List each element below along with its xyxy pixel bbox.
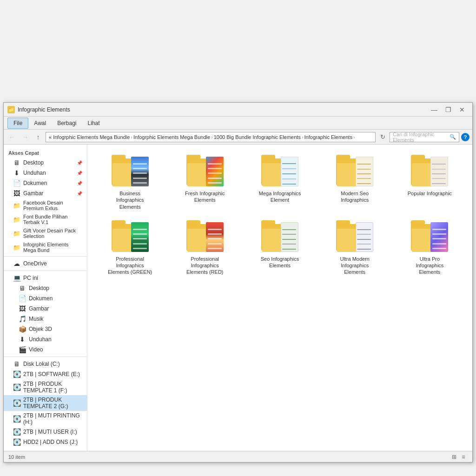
folder-name-ultrapro: Ultra Pro Infographics Elements (406, 256, 453, 276)
folder-name-business: Business Infographics Elements (107, 190, 153, 210)
status-bar: 10 item ⊞ ≡ (4, 451, 472, 462)
folder-item-ultrapro[interactable]: Ultra Pro Infographics Elements (395, 218, 465, 278)
folder-icon-modernseo (336, 155, 373, 188)
folder-preview-modernseo (356, 157, 373, 186)
sidebar-item-dokumen-quick[interactable]: 📄 Dokumen 📌 (4, 178, 87, 188)
folder-icon-info: 📁 (13, 244, 20, 251)
divider-2 (4, 271, 87, 271)
img-pc-icon: 🖼 (19, 305, 26, 312)
sidebar-item-unduhan-pc[interactable]: ⬇ Unduhan (4, 334, 87, 344)
folder-name-modernseo: Modern Seo Infographics (331, 190, 378, 204)
up-button[interactable]: ↑ (33, 132, 44, 143)
explorer-window: 📁 Infographic Elements — ❐ ✕ File Awal B… (3, 102, 473, 463)
sidebar-item-musik[interactable]: 🎵 Musik (4, 314, 87, 324)
help-button[interactable]: ? (461, 133, 469, 141)
list-view-button[interactable]: ≡ (459, 453, 468, 461)
forward-button[interactable]: → (20, 132, 31, 143)
sidebar-label-font: Font Bundle Pilihan Terbaik V.1 (23, 214, 82, 225)
folder-preview-popular (430, 157, 448, 186)
folder-preview-progreen (131, 222, 149, 252)
sidebar-pc-dokumen: Dokumen (29, 295, 53, 302)
sidebar-label-f: 2TB | PRODUK TEMPLATE 1 (F:) (23, 381, 82, 394)
folder-item-popular[interactable]: Popular Infographic (395, 152, 465, 213)
pin-icon-2: 📌 (77, 171, 82, 176)
sidebar-label-dokumen: Dokumen (23, 180, 47, 186)
folder-icon-ultrapro (411, 220, 448, 254)
sidebar-drive-g[interactable]: 💽 2TB | PRODUK TEMPLATE 2 (G:) (4, 395, 87, 411)
refresh-button[interactable]: ↻ (377, 132, 388, 142)
sidebar-folder-facebook[interactable]: 📁 Facebook Desain Premium Exlus (4, 198, 87, 212)
search-icon: 🔍 (450, 134, 456, 140)
address-path[interactable]: « Infogrphic Elements Mega Bundle › Info… (46, 132, 376, 142)
folder-icon-ultramodern (336, 220, 373, 254)
sidebar-item-desktop-pc[interactable]: 🖥 Desktop (4, 283, 87, 293)
doc-pc-icon: 📄 (19, 295, 26, 302)
divider-3 (4, 357, 87, 357)
sidebar-drive-j[interactable]: 💽 HDD2 | ADD ONS (J:) (4, 437, 87, 447)
folder-item-business[interactable]: Business Infographics Elements (95, 152, 165, 213)
sidebar-label-gift: Gift Vocer Desain Pack Selection (23, 228, 82, 239)
folder-item-ultramodern[interactable]: Ultra Modern Infographics Elements (320, 218, 390, 278)
sidebar-drive-e[interactable]: 💽 2TB | SOFTWARE (E:) (4, 369, 87, 379)
folder-icon-font: 📁 (13, 216, 20, 223)
folder-icon-mega (261, 155, 298, 188)
folder-item-mega[interactable]: Mega Infographics Element (245, 152, 315, 213)
sidebar-item-unduhan-quick[interactable]: ⬇ Unduhan 📌 (4, 168, 87, 178)
pin-icon-4: 📌 (77, 191, 82, 196)
drive-h-icon: 💽 (13, 415, 20, 423)
folder-preview-fresh (206, 157, 224, 186)
sidebar-drive-i[interactable]: 💽 2TB | MUTI USER (I:) (4, 427, 87, 437)
window-folder-icon: 📁 (7, 106, 15, 113)
sidebar-onedrive[interactable]: ☁ OneDrive (4, 258, 87, 269)
folder-grid: Business Infographics Elements Fresh Inf… (92, 149, 468, 281)
sidebar-item-video[interactable]: 🎬 Video (4, 344, 87, 355)
folder-item-progreen[interactable]: Professional Infographics Elements (GREE… (95, 218, 165, 278)
folder-preview-business (131, 157, 149, 186)
sidebar-item-dokumen-pc[interactable]: 📄 Dokumen (4, 293, 87, 304)
folder-icon-fresh (186, 155, 224, 188)
sidebar-item-gambar-pc[interactable]: 🖼 Gambar (4, 304, 87, 314)
drive-i-icon: 💽 (13, 428, 20, 436)
sidebar-folder-info[interactable]: 📁 Infogrphic Elements Mega Bund (4, 240, 87, 254)
folder-icon-fb: 📁 (13, 202, 20, 209)
path-arrow-3: › (302, 134, 304, 140)
sidebar-drive-f[interactable]: 💽 2TB | PRODUK TEMPLATE 1 (F:) (4, 379, 87, 395)
folder-preview-seo (281, 222, 298, 252)
sidebar-folder-gift[interactable]: 📁 Gift Vocer Desain Pack Selection (4, 226, 87, 240)
title-bar-icons: 📁 (7, 106, 15, 113)
sidebar-label-g: 2TB | PRODUK TEMPLATE 2 (G:) (23, 397, 82, 410)
sidebar-label-info: Infogrphic Elements Mega Bund (23, 242, 82, 253)
sidebar-item-objek3d[interactable]: 📦 Objek 3D (4, 324, 87, 334)
restore-button[interactable]: ❐ (442, 105, 455, 115)
sidebar-drive-h[interactable]: 💽 2TB | MUTI PRINTING (H:) (4, 411, 87, 427)
sidebar-pc-objek: Objek 3D (29, 326, 52, 332)
sidebar-folder-font[interactable]: 📁 Font Bundle Pilihan Terbaik V.1 (4, 212, 87, 226)
folder-item-fresh[interactable]: Fresh Infographic Elements (170, 152, 240, 213)
menu-lihat[interactable]: Lihat (82, 118, 106, 128)
sidebar-pc[interactable]: 💻 PC ini (4, 273, 87, 283)
folder-icon-gift: 📁 (13, 230, 20, 237)
search-box[interactable]: Cari di Infographic Elements 🔍 (390, 132, 459, 142)
sidebar-label-c: Disk Lokal (C:) (23, 361, 60, 367)
large-icon-view-button[interactable]: ⊞ (450, 453, 458, 461)
quick-access-header: Akses Cepat (4, 148, 87, 158)
music-icon: 🎵 (19, 315, 26, 323)
menu-file[interactable]: File (7, 118, 28, 129)
pin-icon-3: 📌 (77, 181, 82, 186)
folder-name-seo: Seo Infographics Elements (257, 256, 303, 269)
pc-icon: 💻 (13, 274, 20, 282)
sidebar-item-gambar-quick[interactable]: 🖼 Gambar 📌 (4, 188, 87, 198)
path-part-2: Infogrphic Elements Mega Bundle (53, 134, 130, 140)
menu-berbagi[interactable]: Berbagi (52, 118, 82, 128)
folder-item-seo[interactable]: Seo Infographics Elements (245, 218, 315, 278)
menu-awal[interactable]: Awal (28, 118, 52, 128)
divider-1 (4, 256, 87, 257)
sidebar-item-desktop-quick[interactable]: 🖥 Desktop 📌 (4, 158, 87, 168)
folder-item-modernseo[interactable]: Modern Seo Infographics (320, 152, 390, 213)
folder-item-prored[interactable]: Professional Infographics Elements (RED) (170, 218, 240, 278)
back-button[interactable]: ← (7, 132, 18, 143)
close-button[interactable]: ✕ (456, 105, 469, 115)
sidebar-drive-c[interactable]: 🖥 Disk Lokal (C:) (4, 359, 87, 369)
minimize-button[interactable]: — (428, 105, 441, 115)
path-arrow-2: › (211, 134, 213, 140)
